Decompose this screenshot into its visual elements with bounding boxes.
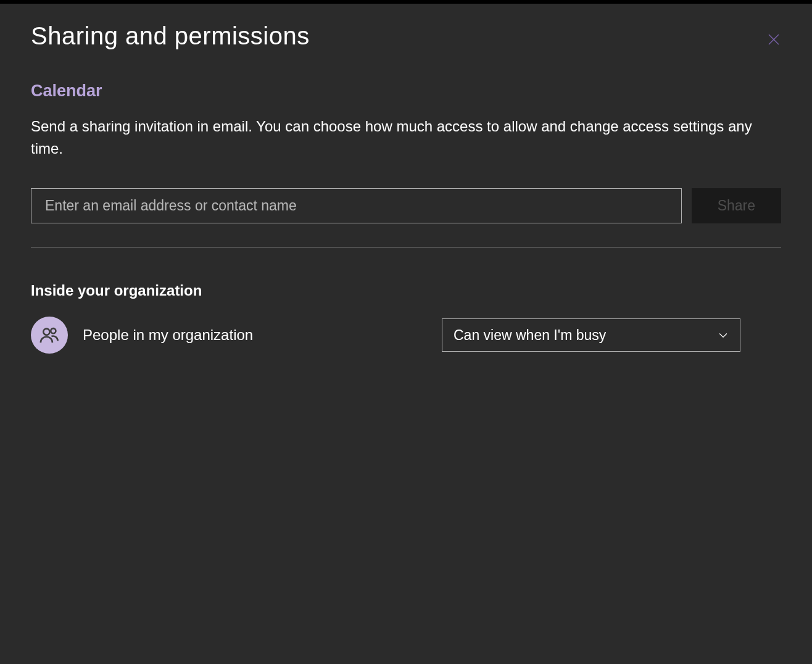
- close-icon: [766, 32, 781, 47]
- calendar-heading: Calendar: [31, 81, 781, 101]
- sharing-permissions-dialog: Sharing and permissions Calendar Send a …: [0, 4, 812, 372]
- share-button[interactable]: Share: [692, 188, 781, 223]
- svg-point-2: [43, 328, 49, 334]
- people-icon: [39, 325, 60, 346]
- share-row: Share: [31, 188, 781, 223]
- email-input[interactable]: [31, 188, 682, 223]
- close-button[interactable]: [761, 27, 786, 52]
- dialog-header: Sharing and permissions: [31, 22, 781, 52]
- dialog-title: Sharing and permissions: [31, 22, 310, 50]
- divider: [31, 247, 781, 247]
- organization-label: People in my organization: [83, 326, 427, 344]
- sharing-description: Send a sharing invitation in email. You …: [31, 115, 781, 160]
- permission-row: People in my organization Can view when …: [31, 317, 781, 354]
- inside-organization-heading: Inside your organization: [31, 282, 781, 299]
- permission-select-wrapper: Can view when I'm busy: [442, 318, 740, 352]
- svg-point-3: [51, 328, 56, 333]
- organization-avatar: [31, 317, 68, 354]
- permission-select[interactable]: Can view when I'm busy: [442, 318, 740, 352]
